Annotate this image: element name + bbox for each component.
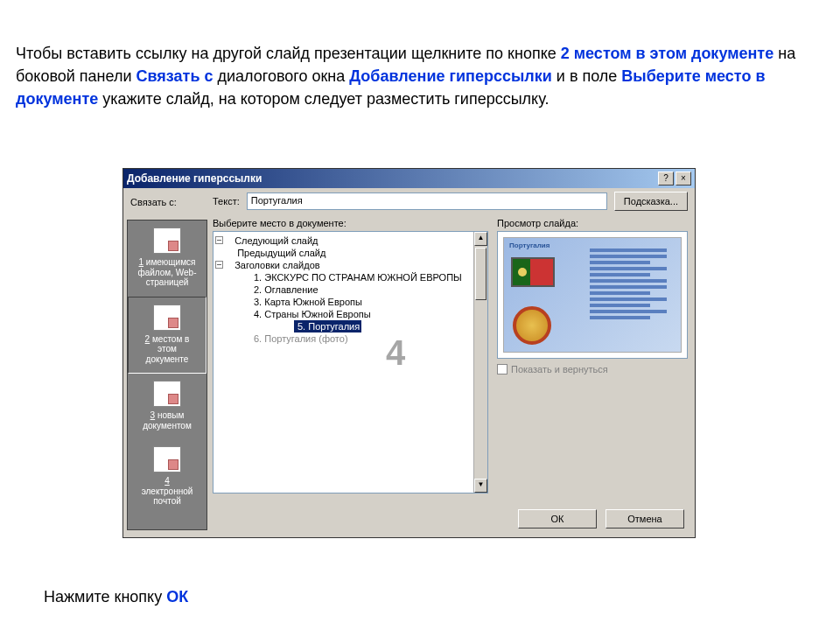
sidebar-item-label: новым (158, 410, 184, 420)
dialog-title: Добавление гиперссылки (127, 172, 656, 185)
sidebar-item-num: 4 (164, 476, 170, 486)
preview-column: Просмотр слайда: Португалия (497, 218, 688, 494)
highlight-dialog-name: Добавление гиперссылки (349, 67, 552, 85)
dialog-titlebar: Добавление гиперссылки ? × (123, 169, 695, 188)
show-and-return-row: Показать и вернуться (497, 364, 688, 374)
scroll-up-icon[interactable]: ▲ (474, 232, 487, 246)
show-return-checkbox[interactable] (497, 364, 508, 374)
sidebar-item-label: имеющимся (146, 257, 196, 267)
sidebar-item-label: электронной (142, 486, 193, 496)
cancel-button[interactable]: Отмена (606, 509, 684, 528)
display-text-row: Текст: Португалия Подсказка... (213, 192, 688, 211)
place-tree[interactable]: – Следующий слайд Предыдущий слайд – Заг… (213, 231, 488, 494)
sidebar-item-label: этом (158, 344, 177, 354)
new-doc-icon (153, 381, 181, 407)
ok-button[interactable]: ОК (518, 509, 597, 528)
sidebar-item-place-in-doc[interactable]: 2 местом в этом документе (128, 297, 206, 374)
text: Нажмите кнопку (44, 588, 166, 606)
sidebar-item-num: 2 (145, 334, 150, 344)
scroll-thumb[interactable] (475, 248, 486, 300)
bottom-instruction: Нажмите кнопку ОК (44, 588, 188, 606)
preview-label: Просмотр слайда: (497, 218, 688, 228)
scroll-down-icon[interactable]: ▼ (474, 479, 487, 493)
text-label: Текст: (213, 196, 240, 206)
highlight-2-place: 2 местом в этом документе (561, 45, 774, 62)
tree-next-slide[interactable]: – Следующий слайд (214, 234, 487, 247)
sidebar-item-existing-file[interactable]: 1 имеющимся файлом, Web- страницей (128, 220, 206, 297)
show-return-label: Показать и вернуться (511, 364, 608, 374)
emblem-icon (513, 306, 551, 345)
sidebar-item-label: страницей (146, 277, 189, 287)
email-icon (153, 446, 181, 472)
preview-slide-title: Португалия (509, 242, 550, 249)
tree-prev-slide[interactable]: Предыдущий слайд (214, 247, 487, 259)
slide-thumbnail: Португалия (503, 237, 682, 353)
tree-slide-4[interactable]: 4. Страны Южной Европы (214, 308, 487, 320)
tree-slide-titles[interactable]: – Заголовки слайдов (214, 259, 487, 271)
tree-slide-1[interactable]: 1. ЭКСКУРС ПО СТРАНАМ ЮЖНОЙ ЕВРОПЫ (214, 271, 487, 284)
text: и в поле (552, 67, 622, 85)
help-button[interactable]: ? (658, 172, 674, 186)
collapse-icon[interactable]: – (215, 236, 223, 244)
tree-scrollbar[interactable]: ▲ ▼ (473, 232, 487, 493)
hyperlink-dialog: Добавление гиперссылки ? × 1 имеющимся ф… (122, 168, 696, 538)
link-to-sidebar: 1 имеющимся файлом, Web- страницей 2 мес… (127, 220, 207, 530)
text: Чтобы вставить ссылку на другой слайд пр… (16, 45, 561, 62)
tree-slide-3[interactable]: 3. Карта Южной Европы (214, 296, 487, 308)
close-button[interactable]: × (676, 172, 691, 186)
dialog-main: Текст: Португалия Подсказка... Выберите … (213, 192, 688, 499)
collapse-icon[interactable]: – (215, 261, 223, 269)
link-with-label: Связать с: (130, 197, 177, 207)
sidebar-item-new-doc[interactable]: 3 новым документом (128, 374, 206, 439)
sidebar-item-label: почтой (153, 496, 181, 506)
portugal-flag-icon (511, 257, 555, 287)
dialog-content: 1 имеющимся файлом, Web- страницей 2 мес… (123, 188, 695, 537)
text: диалогового окна (213, 67, 349, 85)
highlight-ok: ОК (166, 588, 188, 606)
slide-preview: Португалия (497, 231, 688, 359)
sidebar-item-email[interactable]: 4 электронной почтой (128, 439, 206, 515)
preview-text-lines (590, 248, 676, 322)
select-place-column: Выберите место в документе: – Следующий … (213, 218, 488, 494)
highlight-link-with: Связать с (136, 67, 214, 85)
sidebar-item-label: документом (143, 421, 192, 430)
sidebar-item-label: местом в (152, 334, 189, 344)
columns: Выберите место в документе: – Следующий … (213, 218, 688, 494)
place-icon (153, 304, 181, 331)
file-web-icon (153, 228, 181, 254)
sidebar-item-label: документе (146, 354, 189, 364)
sidebar-item-label: файлом, Web- (137, 268, 196, 277)
sidebar-item-num: 3 (150, 410, 156, 420)
tree-slide-6[interactable]: 6. Португалия (фото) (214, 332, 487, 345)
text: укажите слайд, на котором следует размес… (98, 90, 549, 108)
display-text-input[interactable]: Португалия (247, 192, 607, 210)
dialog-buttons: ОК Отмена (518, 509, 684, 528)
sidebar-item-num: 1 (139, 257, 144, 267)
instruction-paragraph: Чтобы вставить ссылку на другой слайд пр… (16, 42, 824, 110)
hint-button[interactable]: Подсказка... (614, 192, 688, 211)
select-place-label: Выберите место в документе: (213, 218, 488, 228)
tree-slide-5-selected[interactable]: 5. Португалия (294, 320, 361, 332)
tree-slide-2[interactable]: 2. Оглавление (214, 284, 487, 296)
